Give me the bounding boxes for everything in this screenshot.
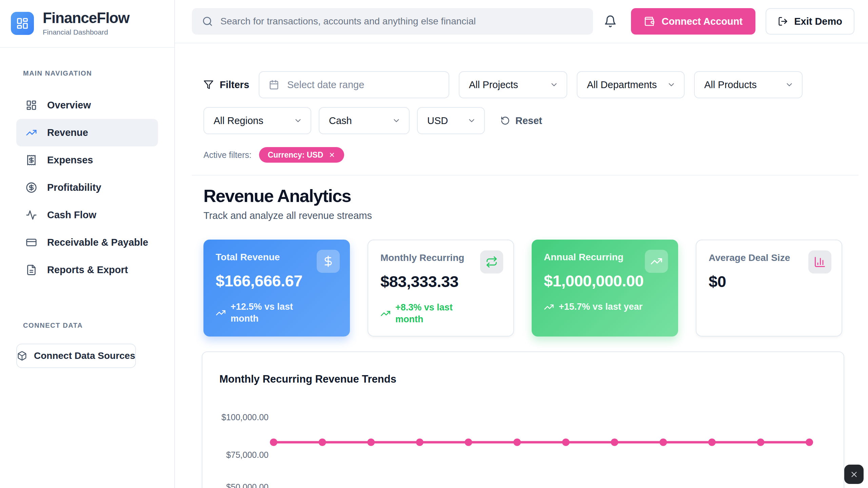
sidebar-item-revenue[interactable]: Revenue (16, 119, 158, 146)
activity-icon (26, 209, 37, 221)
content: Filters Select date range All Projects A… (175, 43, 868, 488)
stat-card-annual-recurring: Annual Recurring $1,000,000.00 +15.7% vs… (532, 240, 678, 337)
stat-value: $1,000,000.00 (544, 271, 666, 290)
filter-funnel-icon (203, 80, 214, 90)
filters-label: Filters (220, 79, 249, 90)
stat-value: $166,666.67 (216, 271, 338, 290)
receipt-icon (26, 155, 37, 166)
search-input[interactable] (220, 16, 583, 27)
sidebar-item-reports-export[interactable]: Reports & Export (16, 256, 158, 284)
date-range-input[interactable]: Select date range (259, 71, 449, 98)
trending-up-icon (544, 302, 554, 312)
stat-change-text: +8.3% vs last month (395, 302, 465, 325)
app-logo (11, 12, 34, 35)
connect-data-sources-label: Connect Data Sources (34, 350, 135, 361)
y-axis-tick: $100,000.00 (218, 412, 269, 422)
currency-dropdown[interactable]: USD (417, 107, 485, 134)
stat-change: +15.7% vs last year (544, 301, 666, 313)
products-dropdown-value: All Products (704, 79, 757, 90)
reset-filters-button[interactable]: Reset (500, 115, 542, 126)
main-area: Connect Account Exit Demo Filters Select… (175, 0, 868, 488)
sidebar-item-profitability[interactable]: Profitability (16, 174, 158, 201)
chevron-down-icon (392, 116, 401, 125)
brand: FinanceFlow Financial Dashboard (0, 0, 174, 48)
y-axis-tick: $50,000.00 (218, 482, 269, 488)
chevron-down-icon (785, 80, 794, 89)
dollar-icon (317, 250, 340, 273)
sidebar-item-label: Overview (47, 100, 91, 111)
regions-dropdown[interactable]: All Regions (203, 107, 311, 134)
sidebar-item-label: Receivable & Payable (47, 237, 148, 248)
trending-up-icon (645, 250, 668, 273)
close-overlay-button[interactable] (844, 465, 864, 484)
trending-up-icon (380, 308, 391, 319)
projects-dropdown[interactable]: All Projects (459, 71, 567, 98)
connect-data-section-header: CONNECT DATA (23, 322, 174, 329)
stat-value: $0 (709, 272, 829, 291)
calendar-icon (269, 80, 279, 90)
close-icon (850, 470, 859, 479)
filters-row-1: Filters Select date range All Projects A… (203, 71, 858, 98)
projects-dropdown-value: All Projects (469, 79, 518, 90)
wallet-icon (644, 16, 655, 27)
chevron-down-icon (467, 116, 476, 125)
mrr-trends-chart-card: Monthly Recurring Revenue Trends $100,00… (202, 351, 844, 488)
products-dropdown[interactable]: All Products (694, 71, 803, 98)
stat-value: $83,333.33 (380, 272, 501, 291)
sidebar-item-label: Reports & Export (47, 264, 128, 276)
sidebar-item-receivable-payable[interactable]: Receivable & Payable (16, 229, 158, 256)
chevron-down-icon (294, 116, 302, 125)
sidebar-item-overview[interactable]: Overview (16, 92, 158, 119)
credit-card-icon (26, 237, 37, 248)
filters-row-2: All Regions Cash USD Reset (203, 107, 858, 134)
notifications-bell-icon[interactable] (604, 15, 617, 28)
app-tagline: Financial Dashboard (43, 28, 129, 36)
close-icon[interactable] (329, 151, 335, 158)
rotate-ccw-icon (500, 116, 510, 125)
reset-label: Reset (515, 115, 542, 126)
trending-up-icon (26, 127, 37, 138)
exit-demo-button[interactable]: Exit Demo (766, 8, 854, 35)
package-icon (17, 351, 27, 361)
sidebar-item-expenses[interactable]: Expenses (16, 146, 158, 174)
active-filter-chip-currency[interactable]: Currency: USD (259, 147, 344, 163)
chip-label: Currency: USD (268, 150, 323, 160)
chevron-down-icon (667, 80, 676, 89)
sidebar-item-label: Revenue (47, 127, 88, 138)
mrr-chart-plot (202, 352, 845, 488)
connect-account-label: Connect Account (662, 16, 743, 27)
main-navigation: Overview Revenue Expenses Profitability … (0, 92, 174, 284)
date-range-placeholder: Select date range (287, 79, 364, 90)
search-icon (202, 16, 213, 27)
trending-up-icon (216, 308, 226, 318)
global-search[interactable] (192, 8, 593, 35)
sidebar-item-label: Profitability (47, 182, 101, 193)
stat-card-average-deal-size: Average Deal Size $0 (696, 240, 842, 337)
currency-dropdown-value: USD (427, 115, 448, 126)
sidebar-item-label: Expenses (47, 155, 93, 166)
departments-dropdown[interactable]: All Departments (577, 71, 685, 98)
accounting-basis-value: Cash (329, 115, 352, 126)
exit-demo-label: Exit Demo (794, 16, 842, 27)
stat-change: +12.5% vs last month (216, 301, 338, 325)
sidebar: FinanceFlow Financial Dashboard MAIN NAV… (0, 0, 175, 488)
stat-change: +8.3% vs last month (380, 302, 501, 325)
chart-title: Monthly Recurring Revenue Trends (219, 373, 827, 385)
active-filters-label: Active filters: (203, 150, 252, 160)
app-name: FinanceFlow (43, 10, 129, 26)
sidebar-item-cash-flow[interactable]: Cash Flow (16, 201, 158, 229)
stat-change-text: +12.5% vs last month (231, 301, 300, 325)
regions-dropdown-value: All Regions (214, 115, 263, 126)
connect-data-sources-button[interactable]: Connect Data Sources (16, 344, 136, 368)
sidebar-item-label: Cash Flow (47, 209, 96, 221)
stat-cards: Total Revenue $166,666.67 +12.5% vs last… (203, 240, 858, 337)
connect-account-button[interactable]: Connect Account (631, 8, 755, 35)
layout-dashboard-icon (16, 17, 29, 30)
y-axis-tick: $75,000.00 (218, 450, 269, 460)
accounting-basis-dropdown[interactable]: Cash (319, 107, 410, 134)
active-filters-row: Active filters: Currency: USD (203, 147, 858, 163)
filters-title: Filters (203, 79, 249, 90)
repeat-icon (480, 250, 503, 273)
nav-section-header: MAIN NAVIGATION (23, 69, 174, 77)
departments-dropdown-value: All Departments (587, 79, 657, 90)
